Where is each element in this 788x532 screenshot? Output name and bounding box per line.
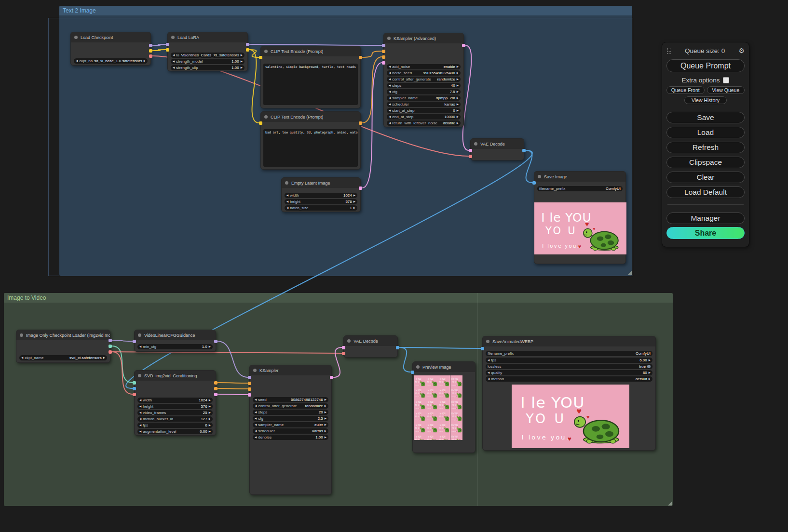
decrement-arrow-icon[interactable]: ◀ — [389, 97, 391, 100]
latent-output-slot[interactable] — [214, 393, 217, 396]
widget-fps[interactable]: ◀fps6.00▶ — [486, 358, 652, 363]
decrement-arrow-icon[interactable]: ◀ — [139, 405, 141, 408]
conditioning-input-slot[interactable] — [382, 55, 385, 59]
vae-input-slot[interactable] — [133, 393, 136, 396]
decrement-arrow-icon[interactable]: ◀ — [389, 122, 391, 125]
increment-arrow-icon[interactable]: ▶ — [457, 109, 459, 112]
increment-arrow-icon[interactable]: ▶ — [353, 194, 355, 197]
increment-arrow-icon[interactable]: ▶ — [325, 430, 326, 433]
decrement-arrow-icon[interactable]: ◀ — [139, 418, 141, 421]
increment-arrow-icon[interactable]: ▶ — [457, 116, 459, 119]
widget-ckpt_name[interactable]: ◀ckpt_namesd_xl_base_1.0.safetensors▶ — [74, 58, 148, 64]
decrement-arrow-icon[interactable]: ◀ — [286, 194, 288, 197]
clip-input-slot[interactable] — [259, 121, 262, 125]
decrement-arrow-icon[interactable]: ◀ — [389, 103, 391, 106]
decrement-arrow-icon[interactable]: ◀ — [389, 78, 391, 81]
node-title[interactable]: KSampler — [250, 365, 331, 375]
decrement-arrow-icon[interactable]: ◀ — [139, 412, 141, 414]
widget-scheduler[interactable]: ◀schedulerkarras▶ — [253, 428, 328, 434]
image-input-slot[interactable] — [133, 387, 136, 390]
widget-ckpt_name[interactable]: ◀ckpt_namesvd_xt.safetensors▶ — [19, 355, 107, 360]
node-status-dot[interactable] — [285, 181, 288, 185]
increment-arrow-icon[interactable]: ▶ — [325, 436, 326, 439]
widget-control_after_generate[interactable]: ◀control_after_generaterandomize▶ — [387, 77, 461, 82]
extra-options-checkbox[interactable] — [723, 77, 729, 83]
increment-arrow-icon[interactable]: ▶ — [457, 66, 459, 68]
widget-return_with_leftover_noise[interactable]: ◀return_with_leftover_noisedisable▶ — [387, 120, 461, 126]
conditioning-input-slot[interactable] — [248, 382, 251, 385]
increment-arrow-icon[interactable]: ▶ — [457, 72, 459, 75]
node-video_cfg[interactable]: VideoLinearCFGGuidance◀min_cfg1.0▶ — [134, 330, 216, 352]
node-clip_neg[interactable]: CLIP Text Encode (Prompt)bad art, low qu… — [260, 111, 361, 170]
widget-filename_prefix[interactable]: filename_prefixComfyUI — [486, 351, 652, 356]
node-status-dot[interactable] — [171, 36, 175, 39]
widget-sampler_name[interactable]: ◀sampler_nameeuler▶ — [253, 422, 328, 427]
increment-arrow-icon[interactable]: ▶ — [209, 412, 211, 414]
node-preview_image[interactable]: Preview Image I le YOU YO U I love you. … — [412, 361, 476, 453]
group-title-text2image[interactable]: Text 2 Image — [59, 6, 632, 15]
decrement-arrow-icon[interactable]: ◀ — [21, 357, 23, 359]
node-title[interactable]: VAE Decode — [471, 139, 524, 149]
node-vae_decode_2[interactable]: VAE Decode — [343, 335, 398, 358]
widget-strength_model[interactable]: ◀strength_model1.00▶ — [171, 59, 245, 64]
increment-arrow-icon[interactable]: ▶ — [241, 66, 243, 69]
model-input-slot[interactable] — [166, 43, 169, 46]
latent-input-slot[interactable] — [382, 61, 385, 65]
decrement-arrow-icon[interactable]: ◀ — [76, 60, 78, 63]
widget-steps[interactable]: ◀steps40▶ — [387, 83, 461, 88]
node-status-dot[interactable] — [474, 142, 477, 146]
node-status-dot[interactable] — [264, 50, 268, 53]
node-status-dot[interactable] — [538, 175, 541, 178]
widget-end_at_step[interactable]: ◀end_at_step10000▶ — [387, 114, 461, 120]
vae-input-slot[interactable] — [469, 155, 472, 158]
decrement-arrow-icon[interactable]: ◀ — [255, 411, 257, 414]
node-status-dot[interactable] — [416, 365, 420, 369]
decrement-arrow-icon[interactable]: ◀ — [255, 430, 257, 433]
increment-arrow-icon[interactable]: ▶ — [649, 372, 651, 374]
node-title[interactable]: SaveAnimatedWEBP — [483, 336, 655, 346]
decrement-arrow-icon[interactable]: ◀ — [139, 346, 141, 348]
graph-canvas[interactable]: Text 2 ImageImage to Video Load Checkpoi… — [0, 0, 788, 532]
widget-lora_name[interactable]: ◀lora_nameValentines_Cards_XL.safetensor… — [171, 53, 245, 58]
increment-arrow-icon[interactable]: ▶ — [209, 418, 211, 421]
widget-method[interactable]: ◀methoddefault▶ — [486, 376, 652, 382]
decrement-arrow-icon[interactable]: ◀ — [389, 84, 391, 87]
view-queue-button[interactable]: View Queue — [707, 86, 745, 94]
share-button[interactable]: Share — [666, 227, 745, 239]
node-title[interactable]: Preview Image — [413, 362, 475, 372]
increment-arrow-icon[interactable]: ▶ — [103, 357, 105, 359]
model-output-slot[interactable] — [246, 43, 249, 46]
decrement-arrow-icon[interactable]: ◀ — [139, 430, 141, 433]
increment-arrow-icon[interactable]: ▶ — [144, 60, 146, 63]
increment-arrow-icon[interactable]: ▶ — [325, 411, 326, 414]
node-title[interactable]: Load LoRA — [168, 32, 247, 42]
widget-lossless[interactable]: losslesstrue — [486, 364, 652, 369]
decrement-arrow-icon[interactable]: ◀ — [173, 54, 175, 57]
node-status-dot[interactable] — [253, 369, 257, 372]
group-resize-handle[interactable] — [627, 271, 632, 275]
decrement-arrow-icon[interactable]: ◀ — [255, 399, 257, 401]
widget-min_cfg[interactable]: ◀min_cfg1.0▶ — [137, 344, 213, 349]
decrement-arrow-icon[interactable]: ◀ — [286, 200, 288, 203]
node-status-dot[interactable] — [387, 37, 391, 40]
decrement-arrow-icon[interactable]: ◀ — [255, 436, 257, 439]
decrement-arrow-icon[interactable]: ◀ — [286, 207, 288, 210]
conditioning-input-slot[interactable] — [382, 50, 385, 53]
node-empty_latent[interactable]: Empty Latent Image◀width1024▶◀height576▶… — [281, 177, 361, 212]
clipspace-button[interactable]: Clipspace — [666, 157, 745, 168]
node-load_lora[interactable]: Load LoRA◀lora_nameValentines_Cards_XL.s… — [167, 32, 248, 71]
refresh-button[interactable]: Refresh — [666, 142, 745, 153]
increment-arrow-icon[interactable]: ▶ — [209, 430, 211, 433]
decrement-arrow-icon[interactable]: ◀ — [139, 399, 141, 402]
increment-arrow-icon[interactable]: ▶ — [457, 84, 459, 87]
latent-input-slot[interactable] — [342, 346, 345, 349]
widget-cfg[interactable]: ◀cfg2.5▶ — [253, 416, 328, 421]
latent-input-slot[interactable] — [469, 149, 472, 152]
widget-filename_prefix[interactable]: filename_prefixComfyUI — [537, 186, 623, 191]
image-input-slot[interactable] — [481, 347, 484, 350]
latent-output-slot[interactable] — [462, 44, 465, 47]
widget-fps[interactable]: ◀fps6▶ — [137, 423, 213, 428]
increment-arrow-icon[interactable]: ▶ — [325, 405, 326, 408]
queue-prompt-button[interactable]: Queue Prompt — [666, 59, 745, 72]
widget-motion_bucket_id[interactable]: ◀motion_bucket_id127▶ — [137, 416, 213, 422]
